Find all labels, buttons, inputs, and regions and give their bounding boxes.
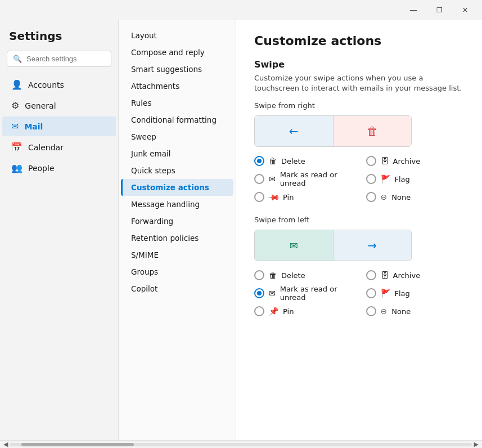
titlebar: — ❐ ✕ xyxy=(0,0,482,20)
flag-icon: 🚩 xyxy=(381,174,390,183)
sidebar-item-calendar[interactable]: 📅 Calendar xyxy=(2,137,116,157)
radio-left-flag[interactable] xyxy=(366,288,376,298)
sidebar-title: Settings xyxy=(0,29,118,50)
scroll-left-arrow[interactable]: ◀ xyxy=(1,441,10,448)
mid-item-layout[interactable]: Layout xyxy=(121,27,233,44)
mid-item-forwarding[interactable]: Forwarding xyxy=(121,213,233,230)
trash-icon: 🗑 xyxy=(367,124,378,138)
swipe-right-option-pin[interactable]: 📌 Pin xyxy=(254,192,353,202)
sidebar-item-general-label: General xyxy=(25,101,56,110)
radio-left-pin[interactable] xyxy=(254,306,264,316)
mark-read-icon: ✉ xyxy=(269,174,276,183)
mid-item-rules[interactable]: Rules xyxy=(121,95,233,111)
swipe-left-label: Swipe from left xyxy=(254,216,464,224)
mail-open-icon: ✉ xyxy=(290,240,298,252)
radio-left-delete[interactable] xyxy=(254,270,264,280)
swipe-right-option-none[interactable]: ⊖ None xyxy=(366,192,465,202)
swipe-right-none-label: None xyxy=(391,193,411,201)
mid-item-smart[interactable]: Smart suggestions xyxy=(121,61,233,78)
main-container: Settings 🔍 👤 Accounts ⚙ General ✉ Mail 📅… xyxy=(0,20,482,440)
swipe-left-none-label: None xyxy=(391,307,411,316)
swipe-right-option-delete[interactable]: 🗑 Delete xyxy=(254,156,353,166)
swipe-left-flag-label: Flag xyxy=(395,289,410,298)
none-icon: ⊖ xyxy=(381,192,388,201)
mail-icon: ✉ xyxy=(11,121,19,132)
radio-mark[interactable] xyxy=(254,174,264,184)
swipe-left-action-pane: ✉ xyxy=(255,230,334,261)
horizontal-scrollbar[interactable]: ◀ ▶ xyxy=(0,440,482,448)
minimize-button[interactable]: — xyxy=(401,2,426,19)
mid-item-junk[interactable]: Junk email xyxy=(121,145,233,162)
mid-item-sweep[interactable]: Sweep xyxy=(121,128,233,145)
mid-item-smime[interactable]: S/MIME xyxy=(121,247,233,263)
swipe-left-preview: ✉ → xyxy=(254,230,412,261)
swipe-right-option-archive[interactable]: 🗄 Archive xyxy=(366,156,465,166)
swipe-right-flag-label: Flag xyxy=(395,175,410,183)
swipe-left-nav-pane: → xyxy=(334,230,412,261)
content-panel: Customize actions Swipe Customize your s… xyxy=(236,20,482,440)
radio-left-none[interactable] xyxy=(366,306,376,316)
close-button[interactable]: ✕ xyxy=(453,2,478,19)
swipe-right-archive-label: Archive xyxy=(393,157,421,165)
mid-item-customize[interactable]: Customize actions xyxy=(121,179,233,196)
swipe-left-options: 🗑 Delete 🗄 Archive ✉ Mark as read or unr… xyxy=(254,270,464,316)
search-box[interactable]: 🔍 xyxy=(7,51,111,67)
sidebar: Settings 🔍 👤 Accounts ⚙ General ✉ Mail 📅… xyxy=(0,20,118,440)
radio-archive[interactable] xyxy=(366,156,376,166)
archive-left-icon: 🗄 xyxy=(381,271,389,280)
swipe-right-option-flag[interactable]: 🚩 Flag xyxy=(366,171,465,187)
swipe-left-mark-label: Mark as read or unread xyxy=(280,285,353,302)
sidebar-item-accounts[interactable]: 👤 Accounts xyxy=(2,75,116,95)
swipe-left-option-archive[interactable]: 🗄 Archive xyxy=(366,270,465,280)
swipe-left-delete-label: Delete xyxy=(281,271,305,280)
scroll-right-arrow[interactable]: ▶ xyxy=(472,441,481,448)
mid-item-compose[interactable]: Compose and reply xyxy=(121,44,233,61)
mid-item-quicksteps[interactable]: Quick steps xyxy=(121,162,233,179)
mid-item-message[interactable]: Message handling xyxy=(121,196,233,213)
swipe-left-option-pin[interactable]: 📌 Pin xyxy=(254,306,353,316)
swipe-right-option-mark[interactable]: ✉ Mark as read or unread xyxy=(254,171,353,187)
search-icon: 🔍 xyxy=(13,55,22,63)
mid-item-groups[interactable]: Groups xyxy=(121,263,233,280)
mid-item-retention[interactable]: Retention policies xyxy=(121,230,233,247)
radio-left-mark-selected[interactable] xyxy=(254,288,264,298)
flag-left-icon: 🚩 xyxy=(381,289,390,298)
delete-left-icon: 🗑 xyxy=(269,271,277,280)
people-icon: 👥 xyxy=(11,163,22,173)
sidebar-item-mail[interactable]: ✉ Mail xyxy=(2,117,116,136)
swipe-left-option-mark[interactable]: ✉ Mark as read or unread xyxy=(254,285,353,302)
swipe-right-pin-label: Pin xyxy=(283,193,294,201)
swipe-right-action-pane: 🗑 xyxy=(334,116,412,146)
swipe-left-option-delete[interactable]: 🗑 Delete xyxy=(254,270,353,280)
radio-left-archive[interactable] xyxy=(366,270,376,280)
swipe-left-option-flag[interactable]: 🚩 Flag xyxy=(366,285,465,302)
radio-flag[interactable] xyxy=(366,174,376,184)
scrollbar-thumb[interactable] xyxy=(21,443,134,446)
radio-pin[interactable] xyxy=(254,192,264,202)
sidebar-item-general[interactable]: ⚙ General xyxy=(2,96,116,115)
swipe-left-pin-label: Pin xyxy=(283,307,294,316)
swipe-section-title: Swipe xyxy=(254,59,464,70)
pin-icon: 📌 xyxy=(267,191,280,204)
sidebar-item-people-label: People xyxy=(28,164,55,173)
maximize-button[interactable]: ❐ xyxy=(427,2,452,19)
radio-delete-selected[interactable] xyxy=(254,156,264,166)
radio-none[interactable] xyxy=(366,192,376,202)
archive-icon: 🗄 xyxy=(381,156,389,165)
mid-item-copilot[interactable]: Copilot xyxy=(121,280,233,297)
accounts-icon: 👤 xyxy=(11,79,22,90)
mid-item-conditional[interactable]: Conditional formatting xyxy=(121,111,233,128)
swipe-right-label: Swipe from right xyxy=(254,101,464,110)
swipe-left-archive-label: Archive xyxy=(393,271,421,280)
mid-item-attachments[interactable]: Attachments xyxy=(121,78,233,95)
swipe-left-option-none[interactable]: ⊖ None xyxy=(366,306,465,316)
sidebar-item-people[interactable]: 👥 People xyxy=(2,158,116,178)
mid-panel: Layout Compose and reply Smart suggestio… xyxy=(118,20,236,440)
gear-icon: ⚙ xyxy=(11,100,19,111)
page-title: Customize actions xyxy=(254,34,464,48)
mark-read-left-icon: ✉ xyxy=(269,289,276,298)
calendar-icon: 📅 xyxy=(11,142,22,153)
swipe-section: Swipe Customize your swipe actions when … xyxy=(254,59,464,316)
search-input[interactable] xyxy=(26,55,105,63)
scrollbar-track xyxy=(10,443,471,446)
